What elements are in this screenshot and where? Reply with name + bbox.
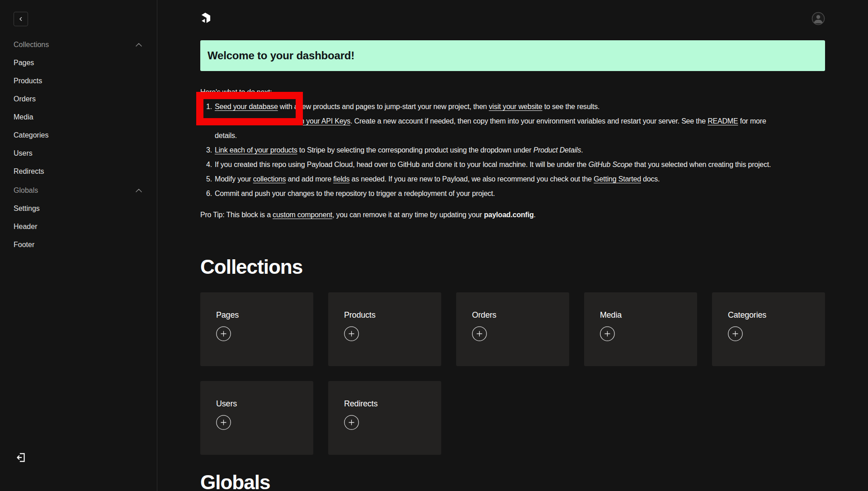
collection-card-products[interactable]: Products bbox=[328, 292, 441, 366]
create-categories-button[interactable] bbox=[728, 326, 743, 341]
payload-dashboard: CollectionsPagesProductsOrdersMediaCateg… bbox=[0, 0, 868, 491]
instructions-list: 1.Seed your database with a few products… bbox=[200, 100, 825, 201]
account-button[interactable] bbox=[811, 12, 825, 25]
instruction-item: 1.Seed your database with a few products… bbox=[206, 100, 825, 114]
sidebar-item-pages[interactable]: Pages bbox=[14, 54, 142, 72]
sidebar-item-users[interactable]: Users bbox=[14, 144, 142, 162]
collection-card-users[interactable]: Users bbox=[200, 381, 313, 455]
welcome-banner-text: Welcome to your dashboard! bbox=[208, 49, 354, 62]
welcome-banner: Welcome to your dashboard! bbox=[200, 40, 825, 71]
collection-card-title: Products bbox=[344, 310, 425, 320]
plus-circle-icon bbox=[216, 415, 231, 430]
create-users-button[interactable] bbox=[216, 415, 231, 430]
collection-card-media[interactable]: Media bbox=[584, 292, 697, 366]
sidebar-section-header-globals[interactable]: Globals bbox=[14, 181, 142, 200]
emphasis-text: Product Details bbox=[533, 146, 581, 154]
collection-card-title: Redirects bbox=[344, 399, 425, 409]
pro-tip: Pro Tip: This block is a custom componen… bbox=[200, 208, 825, 222]
inline-link[interactable]: Getting Started bbox=[594, 175, 641, 183]
sidebar-item-header[interactable]: Header bbox=[14, 218, 142, 236]
sidebar-item-media[interactable]: Media bbox=[14, 108, 142, 126]
instruction-item-text: Commit and push your changes to the repo… bbox=[215, 186, 495, 201]
instruction-item-number: 3. bbox=[206, 143, 212, 157]
sidebar-item-footer[interactable]: Footer bbox=[14, 236, 142, 254]
instruction-item-number: 4. bbox=[206, 157, 212, 172]
sidebar-section-label: Globals bbox=[14, 186, 38, 195]
inline-link[interactable]: collections bbox=[253, 175, 286, 183]
plus-circle-icon bbox=[728, 326, 743, 341]
bold-text: payload.config bbox=[484, 211, 533, 219]
sidebar-collapse-button[interactable] bbox=[14, 12, 28, 26]
instruction-item: 3.Link each of your products to Stripe b… bbox=[206, 143, 825, 157]
instruction-item-text: Head over to Stripe to obtain your API K… bbox=[215, 114, 766, 143]
create-media-button[interactable] bbox=[600, 326, 615, 341]
main-content: Welcome to your dashboard! Here's what t… bbox=[157, 0, 868, 491]
inline-link[interactable]: Link each of your products bbox=[215, 146, 297, 154]
sidebar-section-header-collections[interactable]: Collections bbox=[14, 36, 142, 54]
instruction-item-text: If you created this repo using Payload C… bbox=[215, 157, 771, 172]
instruction-item-number: 6. bbox=[206, 186, 212, 201]
collection-card-orders[interactable]: Orders bbox=[456, 292, 569, 366]
sidebar-item-orders[interactable]: Orders bbox=[14, 90, 142, 108]
create-products-button[interactable] bbox=[344, 326, 359, 341]
sidebar-item-redirects[interactable]: Redirects bbox=[14, 162, 142, 181]
instruction-item-text: Modify your collections and add more fie… bbox=[215, 172, 660, 186]
collections-card-grid: PagesProductsOrdersMediaCategoriesUsersR… bbox=[200, 292, 825, 455]
instruction-item-text: Seed your database with a few products a… bbox=[215, 100, 599, 114]
instruction-item: 2.Head over to Stripe to obtain your API… bbox=[206, 114, 825, 143]
sidebar-section-collections: CollectionsPagesProductsOrdersMediaCateg… bbox=[14, 36, 142, 181]
instruction-item: 4.If you created this repo using Payload… bbox=[206, 157, 825, 172]
instruction-item-number: 5. bbox=[206, 172, 212, 186]
payload-logo-icon[interactable] bbox=[200, 12, 211, 24]
sidebar-item-categories[interactable]: Categories bbox=[14, 126, 142, 144]
plus-circle-icon bbox=[344, 415, 359, 430]
sidebar-item-products[interactable]: Products bbox=[14, 72, 142, 90]
collection-card-title: Pages bbox=[216, 310, 297, 320]
plus-circle-icon bbox=[216, 326, 231, 341]
inline-link[interactable]: README bbox=[708, 117, 738, 125]
plus-circle-icon bbox=[472, 326, 487, 341]
instruction-item: 6.Commit and push your changes to the re… bbox=[206, 186, 825, 201]
globals-section-title: Globals bbox=[200, 471, 825, 491]
inline-link[interactable]: fields bbox=[333, 175, 349, 183]
collection-card-pages[interactable]: Pages bbox=[200, 292, 313, 366]
inline-link[interactable]: visit your website bbox=[489, 103, 542, 110]
sidebar-section-label: Collections bbox=[14, 41, 49, 49]
collection-card-title: Categories bbox=[728, 310, 809, 320]
collection-card-redirects[interactable]: Redirects bbox=[328, 381, 441, 455]
instruction-item-text: Link each of your products to Stripe by … bbox=[215, 143, 583, 157]
inline-link[interactable]: obtain your API Keys bbox=[285, 117, 351, 125]
plus-circle-icon bbox=[600, 326, 615, 341]
instruction-item-number: 1. bbox=[206, 100, 212, 114]
instruction-item-number: 2. bbox=[206, 114, 212, 143]
collection-card-title: Media bbox=[600, 310, 681, 320]
plus-circle-icon bbox=[344, 326, 359, 341]
sidebar: CollectionsPagesProductsOrdersMediaCateg… bbox=[0, 0, 157, 491]
create-pages-button[interactable] bbox=[216, 326, 231, 341]
inline-link[interactable]: Seed your database bbox=[215, 103, 278, 110]
chevron-up-icon bbox=[136, 43, 142, 47]
user-avatar-icon bbox=[811, 12, 825, 25]
logout-icon bbox=[15, 452, 27, 463]
chevron-left-icon bbox=[18, 16, 24, 22]
collection-card-title: Users bbox=[216, 399, 297, 409]
sidebar-nav: CollectionsPagesProductsOrdersMediaCateg… bbox=[14, 36, 142, 254]
emphasis-text: GitHub Scope bbox=[589, 161, 632, 168]
instruction-item: 5.Modify your collections and add more f… bbox=[206, 172, 825, 186]
topbar bbox=[200, 0, 825, 25]
logout-button[interactable] bbox=[14, 450, 28, 465]
sidebar-section-globals: GlobalsSettingsHeaderFooter bbox=[14, 181, 142, 254]
instructions-intro: Here's what to do next: bbox=[200, 85, 825, 100]
instructions-block: Here's what to do next: 1.Seed your data… bbox=[200, 85, 825, 222]
create-orders-button[interactable] bbox=[472, 326, 487, 341]
create-redirects-button[interactable] bbox=[344, 415, 359, 430]
chevron-up-icon bbox=[136, 189, 142, 192]
inline-link[interactable]: custom component bbox=[273, 211, 332, 219]
collection-card-categories[interactable]: Categories bbox=[712, 292, 825, 366]
collections-section-title: Collections bbox=[200, 255, 825, 279]
sidebar-item-settings[interactable]: Settings bbox=[14, 200, 142, 218]
collection-card-title: Orders bbox=[472, 310, 553, 320]
